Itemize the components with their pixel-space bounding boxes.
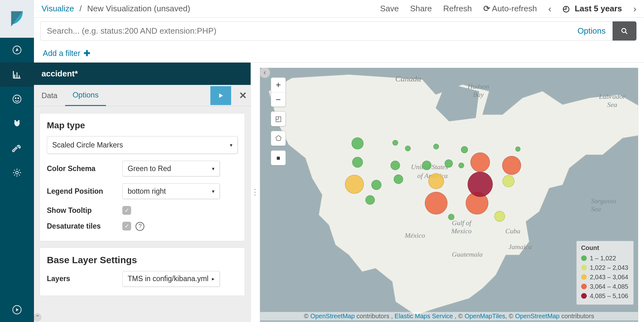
add-filter[interactable]: Add a filter ✚ xyxy=(43,49,90,58)
clock-icon: ◴ xyxy=(563,4,570,13)
data-point[interactable] xyxy=(502,175,514,187)
svg-marker-2 xyxy=(16,48,19,51)
refresh-icon: ⟳ xyxy=(483,4,490,13)
attrib-link[interactable]: OpenStreetMap xyxy=(515,313,559,319)
plus-icon: ✚ xyxy=(82,49,91,58)
breadcrumb-sep: / xyxy=(80,4,82,13)
data-point[interactable] xyxy=(433,144,439,149)
data-point[interactable] xyxy=(365,195,375,205)
data-point[interactable] xyxy=(502,156,521,175)
map-type-select[interactable]: Scaled Circle Markers▾ xyxy=(47,136,238,154)
discard-changes-button[interactable]: ✕ xyxy=(235,90,251,101)
apply-changes-button[interactable] xyxy=(210,86,231,105)
data-point[interactable] xyxy=(470,153,490,172)
search-row: Options xyxy=(34,18,644,44)
time-range[interactable]: ◴ Last 5 years xyxy=(563,4,622,14)
map-type-heading: Map type xyxy=(47,120,238,130)
map-area: ‹ + − ◰ ⬠ ■ Canada Hudson Bay Labrador S… xyxy=(260,63,644,322)
map-legend: Count 1 – 1,022 1,022 – 2,043 2,043 – 3,… xyxy=(576,241,634,305)
help-icon[interactable]: ? xyxy=(136,222,144,231)
zoom-out-button[interactable]: − xyxy=(271,92,286,107)
layers-select[interactable]: TMS in config/kibana.yml▸ xyxy=(122,271,220,287)
data-point[interactable] xyxy=(392,140,398,146)
draw-polygon-button[interactable]: ⬠ xyxy=(271,131,286,146)
breadcrumb-root[interactable]: Visualize xyxy=(42,4,74,13)
data-point[interactable] xyxy=(394,175,403,184)
color-schema-select[interactable]: Green to Red▾ xyxy=(122,161,220,176)
svg-point-10 xyxy=(16,171,19,174)
data-point[interactable] xyxy=(345,175,364,194)
tab-options[interactable]: Options xyxy=(65,85,106,106)
nav-collapse[interactable] xyxy=(0,297,34,322)
search-options[interactable]: Options xyxy=(570,21,613,41)
svg-marker-14 xyxy=(219,93,223,98)
legend-range: 2,043 – 3,064 xyxy=(590,272,628,282)
autorefresh-button[interactable]: ⟳ Auto-refresh xyxy=(483,4,537,14)
nav-dashboard[interactable] xyxy=(0,87,34,111)
svg-point-3 xyxy=(13,95,21,103)
data-point[interactable] xyxy=(445,159,453,168)
data-point[interactable] xyxy=(468,172,493,197)
save-button[interactable]: Save xyxy=(380,4,399,14)
nav-devtools[interactable] xyxy=(0,136,34,160)
zoom-in-button[interactable]: + xyxy=(271,78,286,92)
caret-icon: ▸ xyxy=(212,276,214,282)
app-nav-rail xyxy=(0,0,34,322)
nav-management[interactable] xyxy=(0,160,34,185)
breadcrumb-current: New Visualization (unsaved) xyxy=(87,4,190,13)
svg-point-9 xyxy=(17,123,18,124)
map-canvas[interactable]: ‹ + − ◰ ⬠ ■ Canada Hudson Bay Labrador S… xyxy=(260,68,638,322)
legend-range: 1 – 1,022 xyxy=(590,253,616,263)
search-input[interactable] xyxy=(40,21,570,41)
svg-marker-12 xyxy=(16,308,19,312)
desaturate-label: Desaturate tiles xyxy=(47,222,122,230)
caret-icon: ▾ xyxy=(230,142,232,148)
data-point[interactable] xyxy=(448,214,454,220)
fit-bounds-button[interactable]: ◰ xyxy=(271,112,286,126)
nav-discover[interactable] xyxy=(0,38,34,62)
time-prev[interactable]: ‹ xyxy=(548,3,551,14)
data-point[interactable] xyxy=(352,137,364,149)
top-bar: Visualize / New Visualization (unsaved) … xyxy=(34,0,644,18)
map-controls: + − ◰ ⬠ ■ xyxy=(271,77,286,165)
data-point[interactable] xyxy=(494,211,505,222)
caret-icon: ▾ xyxy=(212,188,214,194)
tab-data[interactable]: Data xyxy=(34,86,65,106)
kibana-logo[interactable] xyxy=(0,0,34,38)
base-layer-heading: Base Layer Settings xyxy=(47,255,238,265)
data-point[interactable] xyxy=(352,157,363,168)
panel-resize-handle[interactable]: ⋮ xyxy=(251,63,260,322)
data-point[interactable] xyxy=(422,161,431,170)
attrib-link[interactable]: Elastic Maps Service xyxy=(395,313,453,319)
data-point[interactable] xyxy=(461,146,468,153)
data-point[interactable] xyxy=(425,192,447,214)
share-button[interactable]: Share xyxy=(410,4,432,14)
panel-expand-icon[interactable]: ⌃ xyxy=(34,313,42,321)
show-tooltip-label: Show Tooltip xyxy=(47,206,122,215)
data-point[interactable] xyxy=(428,173,444,189)
color-schema-label: Color Schema xyxy=(47,164,122,173)
caret-icon: ▾ xyxy=(212,166,214,172)
nav-visualize[interactable] xyxy=(0,62,34,87)
data-point[interactable] xyxy=(405,146,411,151)
legend-position-select[interactable]: bottom right▾ xyxy=(122,183,220,199)
svg-point-13 xyxy=(622,28,626,32)
desaturate-checkbox[interactable]: ✓ xyxy=(122,222,131,230)
draw-rectangle-button[interactable]: ■ xyxy=(271,151,286,165)
filter-bar: Add a filter ✚ xyxy=(34,44,644,63)
attrib-link[interactable]: OpenMapTiles xyxy=(464,313,505,319)
config-panel: accident* Data Options ✕ Map type Scaled xyxy=(34,63,251,322)
index-pattern[interactable]: accident* xyxy=(34,63,251,85)
layers-label: Layers xyxy=(47,275,122,283)
legend-range: 4,085 – 5,106 xyxy=(590,291,628,301)
refresh-button[interactable]: Refresh xyxy=(443,4,472,14)
data-point[interactable] xyxy=(371,180,381,190)
data-point[interactable] xyxy=(391,161,400,170)
time-next[interactable]: › xyxy=(633,3,636,14)
data-point[interactable] xyxy=(458,163,464,168)
nav-timelion[interactable] xyxy=(0,111,34,136)
search-submit[interactable] xyxy=(613,21,636,41)
show-tooltip-checkbox[interactable]: ✓ xyxy=(122,206,131,215)
data-point[interactable] xyxy=(515,147,520,152)
attrib-link[interactable]: OpenStreetMap xyxy=(310,313,355,319)
